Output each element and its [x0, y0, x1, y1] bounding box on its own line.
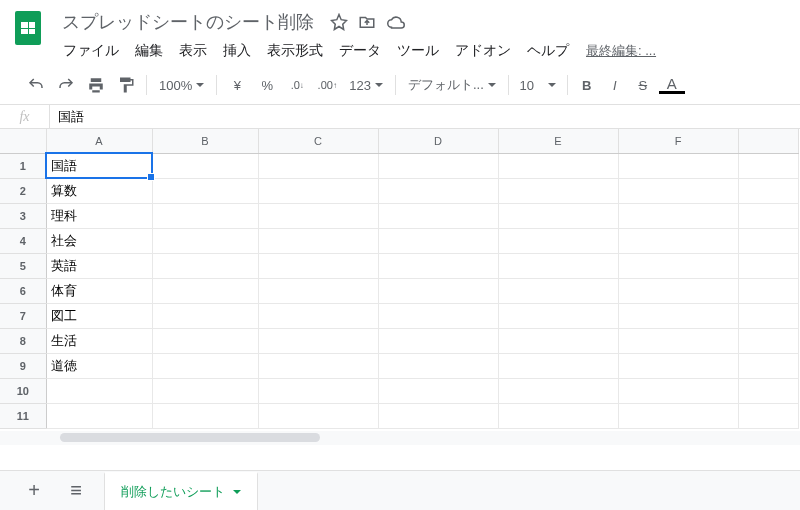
column-header-D[interactable]: D: [378, 129, 498, 153]
menu-data[interactable]: データ: [332, 38, 388, 64]
menu-addons[interactable]: アドオン: [448, 38, 518, 64]
zoom-dropdown[interactable]: 100%: [153, 72, 210, 98]
cell-F2[interactable]: [618, 178, 738, 203]
cell-B10[interactable]: [152, 378, 258, 403]
paint-format-icon[interactable]: [112, 72, 140, 98]
cell-E10[interactable]: [498, 378, 618, 403]
row-header-10[interactable]: 10: [0, 378, 46, 403]
increase-decimal[interactable]: .00↑: [313, 72, 341, 98]
decrease-decimal[interactable]: .0↓: [283, 72, 311, 98]
font-size-dropdown[interactable]: 10: [515, 72, 561, 98]
cell-extra-10[interactable]: [738, 378, 798, 403]
format-currency[interactable]: ¥: [223, 72, 251, 98]
cell-F6[interactable]: [618, 278, 738, 303]
column-header-B[interactable]: B: [152, 129, 258, 153]
spreadsheet-grid[interactable]: ABCDEF1国語2算数3理科4社会5英語6体育7図工8生活9道徳1011: [0, 129, 800, 445]
row-header-7[interactable]: 7: [0, 303, 46, 328]
cell-E5[interactable]: [498, 253, 618, 278]
cell-A7[interactable]: 図工: [46, 303, 152, 328]
text-color-button[interactable]: A: [658, 72, 686, 98]
cell-D9[interactable]: [378, 353, 498, 378]
cell-C9[interactable]: [258, 353, 378, 378]
font-dropdown[interactable]: デフォルト...: [402, 72, 502, 98]
cell-C10[interactable]: [258, 378, 378, 403]
cell-C3[interactable]: [258, 203, 378, 228]
cell-extra-11[interactable]: [738, 403, 798, 428]
cell-extra-3[interactable]: [738, 203, 798, 228]
print-icon[interactable]: [82, 72, 110, 98]
cell-F4[interactable]: [618, 228, 738, 253]
column-header-E[interactable]: E: [498, 129, 618, 153]
cell-extra-4[interactable]: [738, 228, 798, 253]
cell-D3[interactable]: [378, 203, 498, 228]
menu-view[interactable]: 表示: [172, 38, 214, 64]
cell-E2[interactable]: [498, 178, 618, 203]
strikethrough-button[interactable]: S: [630, 72, 656, 98]
formula-input[interactable]: [50, 105, 800, 128]
cell-extra-6[interactable]: [738, 278, 798, 303]
cell-F11[interactable]: [618, 403, 738, 428]
cell-D11[interactable]: [378, 403, 498, 428]
row-header-11[interactable]: 11: [0, 403, 46, 428]
column-header-C[interactable]: C: [258, 129, 378, 153]
cell-F1[interactable]: [618, 153, 738, 178]
cell-E11[interactable]: [498, 403, 618, 428]
star-icon[interactable]: [330, 13, 348, 31]
cell-B5[interactable]: [152, 253, 258, 278]
cell-A11[interactable]: [46, 403, 152, 428]
cell-A4[interactable]: 社会: [46, 228, 152, 253]
cell-F10[interactable]: [618, 378, 738, 403]
sheet-tab-active[interactable]: 削除したいシート: [104, 472, 258, 510]
cell-C5[interactable]: [258, 253, 378, 278]
undo-icon[interactable]: [22, 72, 50, 98]
column-header-A[interactable]: A: [46, 129, 152, 153]
bold-button[interactable]: B: [574, 72, 600, 98]
cell-C7[interactable]: [258, 303, 378, 328]
row-header-9[interactable]: 9: [0, 353, 46, 378]
cell-E1[interactable]: [498, 153, 618, 178]
cell-D10[interactable]: [378, 378, 498, 403]
add-sheet-button[interactable]: +: [20, 477, 48, 505]
cell-B6[interactable]: [152, 278, 258, 303]
cell-B9[interactable]: [152, 353, 258, 378]
all-sheets-button[interactable]: ≡: [62, 477, 90, 505]
sheet-tab-menu-icon[interactable]: [233, 490, 241, 494]
row-header-8[interactable]: 8: [0, 328, 46, 353]
menu-help[interactable]: ヘルプ: [520, 38, 576, 64]
cell-C6[interactable]: [258, 278, 378, 303]
cell-F7[interactable]: [618, 303, 738, 328]
cell-F9[interactable]: [618, 353, 738, 378]
horizontal-scrollbar[interactable]: [0, 431, 800, 445]
row-header-5[interactable]: 5: [0, 253, 46, 278]
cell-A6[interactable]: 体育: [46, 278, 152, 303]
menu-format[interactable]: 表示形式: [260, 38, 330, 64]
move-icon[interactable]: [358, 13, 376, 31]
column-header-extra[interactable]: [738, 129, 798, 153]
cell-C8[interactable]: [258, 328, 378, 353]
cell-F8[interactable]: [618, 328, 738, 353]
italic-button[interactable]: I: [602, 72, 628, 98]
cell-E8[interactable]: [498, 328, 618, 353]
cell-E9[interactable]: [498, 353, 618, 378]
cell-A5[interactable]: 英語: [46, 253, 152, 278]
cell-C1[interactable]: [258, 153, 378, 178]
cell-extra-8[interactable]: [738, 328, 798, 353]
cell-F5[interactable]: [618, 253, 738, 278]
cell-B4[interactable]: [152, 228, 258, 253]
cell-extra-1[interactable]: [738, 153, 798, 178]
cell-extra-5[interactable]: [738, 253, 798, 278]
cell-C11[interactable]: [258, 403, 378, 428]
cell-A10[interactable]: [46, 378, 152, 403]
cell-A2[interactable]: 算数: [46, 178, 152, 203]
cell-E3[interactable]: [498, 203, 618, 228]
format-percent[interactable]: %: [253, 72, 281, 98]
menu-tools[interactable]: ツール: [390, 38, 446, 64]
cell-D7[interactable]: [378, 303, 498, 328]
redo-icon[interactable]: [52, 72, 80, 98]
cell-B8[interactable]: [152, 328, 258, 353]
row-header-6[interactable]: 6: [0, 278, 46, 303]
menu-insert[interactable]: 挿入: [216, 38, 258, 64]
cell-D2[interactable]: [378, 178, 498, 203]
cell-extra-2[interactable]: [738, 178, 798, 203]
cell-A1[interactable]: 国語: [46, 153, 152, 178]
